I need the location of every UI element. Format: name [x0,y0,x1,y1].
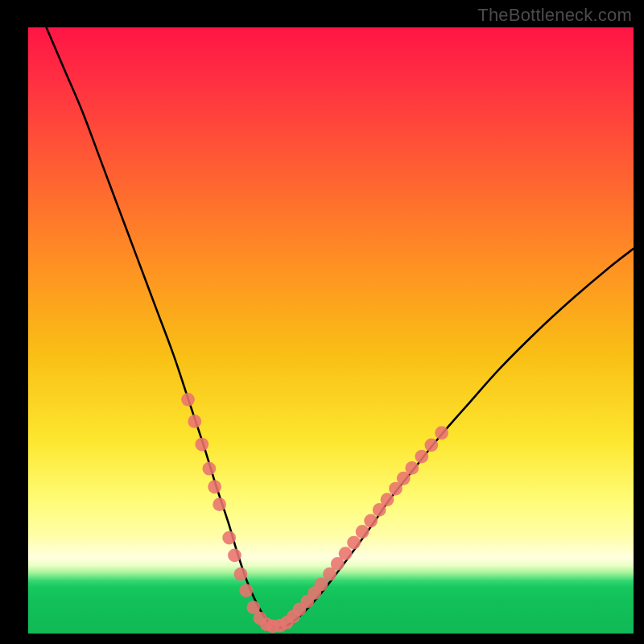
data-dot [381,493,394,506]
data-dot [228,548,242,562]
curve-bottleneck-curve [47,27,634,628]
data-dot [213,497,226,511]
data-dot [405,461,419,475]
plot-area [28,27,634,634]
chart-outer-frame: TheBottleneck.com [0,0,644,644]
chart-svg [28,27,634,634]
data-dot [239,584,253,597]
data-dot [188,415,201,428]
data-dot [202,462,216,476]
data-dot [195,438,208,452]
data-dot [181,393,195,407]
data-dot [356,525,369,539]
data-dot [339,547,353,560]
data-dot [208,480,221,493]
data-dot [364,514,378,528]
data-dot [222,531,236,545]
data-dot [424,438,438,452]
data-dot [234,568,248,581]
watermark-text: TheBottleneck.com [477,5,632,26]
data-dot [435,426,448,440]
data-dot [347,536,361,550]
data-dot [415,450,428,464]
